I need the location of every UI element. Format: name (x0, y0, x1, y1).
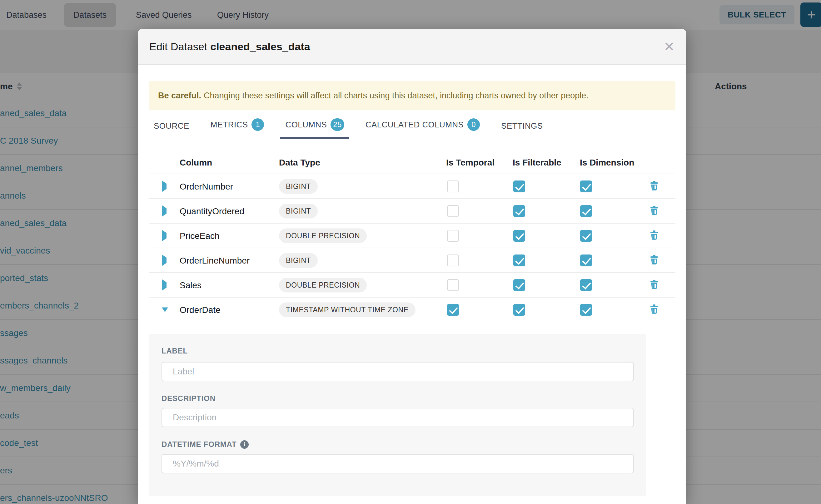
description-field-label: DESCRIPTION (161, 394, 215, 403)
is-filterable-checkbox[interactable] (513, 230, 525, 242)
column-name: PriceEach (180, 224, 220, 248)
column-header: Column (180, 154, 212, 171)
is-temporal-checkbox[interactable] (447, 279, 459, 291)
is-dimension-checkbox[interactable] (580, 279, 592, 291)
modal-body: Be careful. Changing these settings will… (138, 65, 686, 504)
label-field-label: LABEL (161, 347, 188, 355)
warning-banner: Be careful. Changing these settings will… (149, 81, 675, 110)
delete-column-icon[interactable] (650, 206, 658, 216)
columns-table: Column Data Type Is Temporal Is Filterab… (149, 154, 675, 322)
data-type-pill: TIMESTAMP WITHOUT TIME ZONE (279, 302, 416, 317)
info-icon[interactable]: i (240, 440, 249, 449)
column-row: OrderNumberBIGINT (149, 174, 675, 198)
modal-title: Edit Dataset cleaned_sales_data (149, 29, 310, 64)
data-type-pill: BIGINT (279, 179, 318, 194)
modal-title-prefix: Edit Dataset (149, 41, 207, 53)
expand-caret-icon[interactable] (162, 258, 166, 263)
data-type-pill: DOUBLE PRECISION (279, 228, 367, 243)
tab-metrics[interactable]: METRICS 1 (205, 118, 269, 139)
column-row: PriceEachDOUBLE PRECISION (149, 223, 675, 248)
expand-caret-icon[interactable] (162, 184, 166, 189)
column-editor-panel: LABEL DESCRIPTION DATETIME FORMAT i (149, 334, 646, 496)
tab-badge: 0 (468, 118, 480, 131)
column-row: SalesDOUBLE PRECISION (149, 272, 675, 297)
is-filterable-checkbox[interactable] (513, 304, 525, 316)
is-dimension-header: Is Dimension (580, 154, 634, 171)
column-name: QuantityOrdered (180, 199, 244, 224)
datetime-format-field-label: DATETIME FORMAT i (161, 440, 249, 449)
is-filterable-checkbox[interactable] (513, 254, 525, 266)
is-filterable-checkbox[interactable] (513, 279, 525, 291)
tab-label: SOURCE (154, 121, 189, 131)
tab-label: CALCULATED COLUMNS (365, 120, 464, 130)
expand-caret-icon[interactable] (162, 282, 166, 288)
datetime-format-input[interactable] (161, 454, 634, 473)
modal-tabs: SOURCE METRICS 1 COLUMNS 25 CALCULATED C… (149, 115, 675, 139)
is-dimension-checkbox[interactable] (580, 205, 592, 217)
modal-header: Edit Dataset cleaned_sales_data ✕ (138, 29, 686, 65)
column-name: Sales (180, 273, 201, 298)
column-row: QuantityOrderedBIGINT (149, 198, 675, 223)
is-temporal-checkbox[interactable] (447, 304, 459, 316)
tab-source[interactable]: SOURCE (149, 121, 194, 139)
is-filterable-header: Is Filterable (513, 154, 561, 171)
expand-caret-icon[interactable] (162, 208, 166, 214)
delete-column-icon[interactable] (650, 255, 658, 266)
is-temporal-header: Is Temporal (446, 154, 495, 171)
is-temporal-checkbox[interactable] (447, 254, 459, 266)
column-row: OrderLineNumberBIGINT (149, 248, 675, 272)
is-temporal-checkbox[interactable] (447, 230, 459, 242)
collapse-caret-icon[interactable] (162, 307, 168, 312)
delete-column-icon[interactable] (650, 230, 658, 241)
is-dimension-checkbox[interactable] (580, 230, 592, 242)
edit-dataset-modal: Edit Dataset cleaned_sales_data ✕ Be car… (138, 29, 686, 504)
screen: Databases Datasets Saved Queries Query H… (0, 0, 821, 504)
label-input[interactable] (161, 362, 634, 381)
tab-label: COLUMNS (285, 120, 327, 130)
is-dimension-checkbox[interactable] (580, 304, 592, 316)
tab-label: METRICS (210, 120, 248, 130)
data-type-pill: BIGINT (279, 253, 318, 268)
tab-badge: 25 (330, 118, 344, 131)
description-input[interactable] (161, 408, 634, 427)
warning-bold: Be careful. (158, 91, 201, 101)
is-filterable-checkbox[interactable] (513, 180, 525, 192)
delete-column-icon[interactable] (650, 280, 658, 290)
tab-settings[interactable]: SETTINGS (496, 121, 548, 139)
is-temporal-checkbox[interactable] (447, 205, 459, 217)
column-row: OrderDateTIMESTAMP WITHOUT TIME ZONE (149, 297, 675, 322)
column-name: OrderDate (180, 298, 220, 322)
data-type-pill: DOUBLE PRECISION (279, 278, 367, 292)
expand-caret-icon[interactable] (162, 233, 166, 239)
columns-table-header: Column Data Type Is Temporal Is Filterab… (149, 154, 675, 174)
tab-label: SETTINGS (501, 121, 543, 131)
modal-title-dataset-name: cleaned_sales_data (210, 41, 310, 53)
column-name: OrderNumber (180, 174, 233, 199)
close-icon[interactable]: ✕ (664, 29, 675, 64)
tab-calculated-columns[interactable]: CALCULATED COLUMNS 0 (360, 118, 485, 139)
is-temporal-checkbox[interactable] (447, 180, 459, 192)
is-dimension-checkbox[interactable] (580, 180, 592, 192)
delete-column-icon[interactable] (650, 304, 658, 315)
warning-text: Changing these settings will affect all … (204, 91, 589, 101)
is-dimension-checkbox[interactable] (580, 254, 592, 266)
delete-column-icon[interactable] (650, 181, 658, 192)
data-type-pill: BIGINT (279, 204, 318, 218)
column-name: OrderLineNumber (180, 248, 250, 273)
columns-rows: OrderNumberBIGINTQuantityOrderedBIGINTPr… (149, 174, 675, 322)
is-filterable-checkbox[interactable] (513, 205, 525, 217)
tab-columns[interactable]: COLUMNS 25 (280, 118, 349, 139)
data-type-header: Data Type (279, 154, 320, 171)
tab-badge: 1 (251, 118, 264, 131)
